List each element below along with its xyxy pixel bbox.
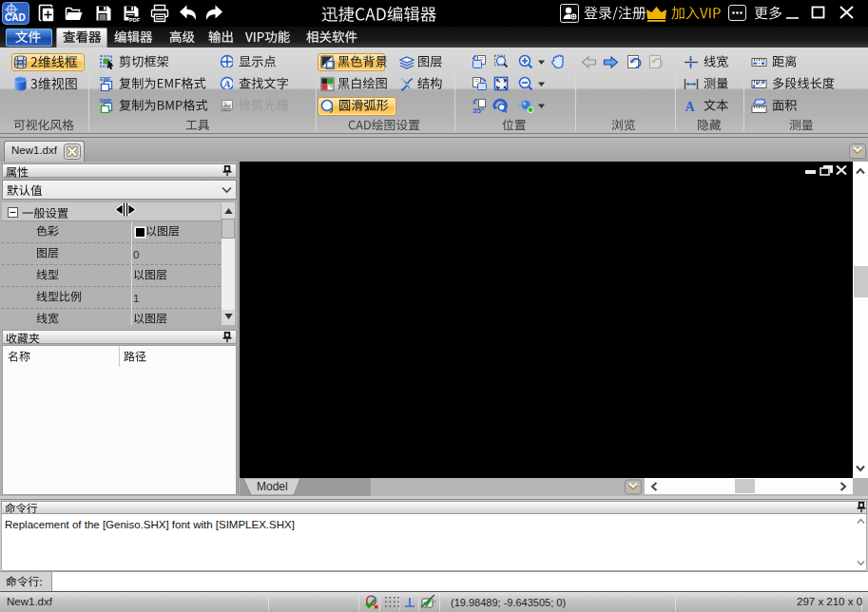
svg-text:PDF: PDF [129,17,141,23]
svg-text:35°: 35° [473,106,484,115]
svg-text:A: A [223,79,231,89]
svg-text:A: A [685,100,696,113]
svg-text:BMP: BMP [100,98,112,104]
svg-text:EMF: EMF [100,76,111,82]
svg-text:CAD: CAD [5,12,26,23]
